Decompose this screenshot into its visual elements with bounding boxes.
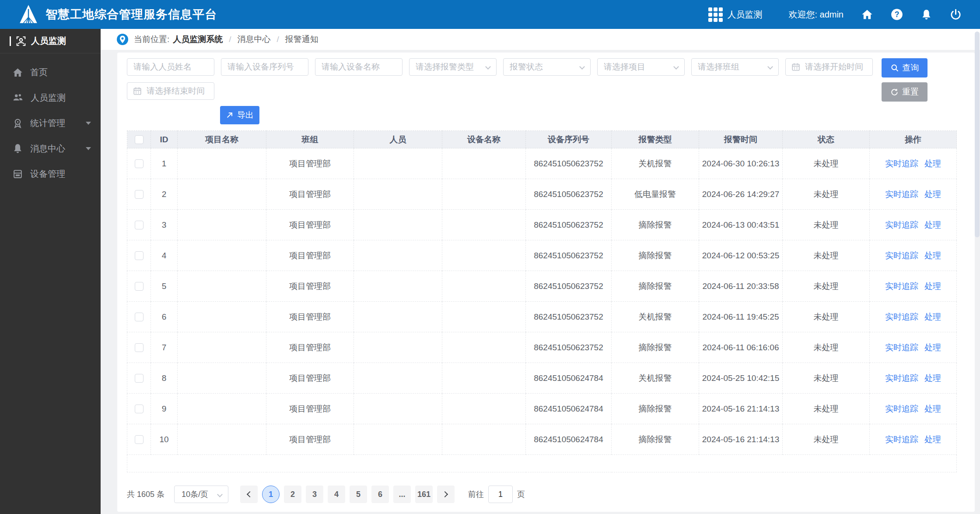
row-checkbox[interactable]	[135, 435, 144, 444]
person-name-input[interactable]	[127, 58, 214, 76]
cell-person	[354, 271, 442, 302]
start-time-picker[interactable]: 请选择开始时间	[785, 58, 873, 76]
page-button-161[interactable]: 161	[415, 486, 433, 503]
next-page-button[interactable]	[437, 486, 455, 503]
realtime-track-link[interactable]: 实时追踪	[885, 404, 918, 413]
row-checkbox[interactable]	[135, 405, 144, 413]
person-monitor-icon	[15, 35, 27, 47]
breadcrumb-separator: /	[229, 35, 231, 44]
realtime-track-link[interactable]: 实时追踪	[885, 435, 918, 444]
sidebar-item-device-management[interactable]: 设备管理	[0, 161, 101, 187]
cell-device-name	[442, 424, 526, 455]
cell-alarm-time: 2024-06-11 06:16:06	[699, 332, 783, 363]
page-button-4[interactable]: 4	[328, 486, 345, 503]
row-checkbox[interactable]	[135, 190, 144, 199]
power-icon	[950, 9, 962, 21]
sidebar-item-home[interactable]: 首页	[0, 60, 101, 85]
select-all-cell	[127, 131, 151, 148]
row-checkbox[interactable]	[135, 221, 144, 229]
realtime-track-link[interactable]: 实时追踪	[885, 220, 918, 229]
cell-device-name	[442, 302, 526, 332]
welcome-label: 欢迎您:	[788, 10, 817, 19]
team-placeholder: 请选择班组	[698, 61, 739, 73]
sidebar-item-person-monitor[interactable]: 人员监测	[0, 85, 101, 110]
team-select[interactable]: 请选择班组	[691, 58, 779, 76]
handle-link[interactable]: 处理	[924, 159, 941, 168]
page-size-select[interactable]: 10条/页	[174, 486, 228, 503]
search-button[interactable]: 查询	[882, 58, 928, 77]
notification-button[interactable]	[920, 9, 932, 21]
cell-project	[178, 179, 266, 210]
sidebar-header-accent	[10, 36, 11, 46]
handle-link[interactable]: 处理	[924, 435, 941, 444]
cell-serial: 862451050623752	[526, 240, 612, 271]
cell-alarm-time: 2024-06-11 19:45:25	[699, 302, 783, 332]
realtime-track-link[interactable]: 实时追踪	[885, 282, 918, 291]
home-button[interactable]	[861, 8, 873, 21]
row-checkbox[interactable]	[135, 282, 144, 291]
handle-link[interactable]: 处理	[924, 190, 941, 199]
end-time-picker[interactable]: 请选择结束时间	[127, 82, 214, 100]
reset-button[interactable]: 重置	[882, 82, 928, 102]
handle-link[interactable]: 处理	[924, 282, 941, 291]
sidebar-item-statistics[interactable]: 统计管理	[0, 110, 101, 136]
chevron-down-icon	[579, 64, 585, 70]
cell-alarm-type: 摘除报警	[612, 240, 699, 271]
device-serial-input[interactable]	[221, 58, 308, 76]
brand-logo: 智慧工地综合管理服务信息平台	[18, 4, 217, 25]
handle-link[interactable]: 处理	[924, 220, 941, 229]
row-checkbox[interactable]	[135, 374, 144, 383]
scrollbar-thumb[interactable]	[975, 32, 980, 237]
help-button[interactable]: ?	[891, 8, 903, 21]
cell-project	[178, 210, 266, 240]
page-button-1[interactable]: 1	[262, 486, 280, 503]
handle-link[interactable]: 处理	[924, 251, 941, 260]
row-checkbox[interactable]	[135, 343, 144, 352]
table-row: 3项目管理部862451050623752摘除报警2024-06-13 00:4…	[127, 210, 957, 240]
device-name-input[interactable]	[315, 58, 402, 76]
cell-serial: 862451050624784	[526, 363, 612, 394]
realtime-track-link[interactable]: 实时追踪	[885, 190, 918, 199]
select-all-checkbox[interactable]	[135, 135, 144, 144]
realtime-track-link[interactable]: 实时追踪	[885, 251, 918, 260]
sidebar-item-message-center[interactable]: 消息中心	[0, 136, 101, 161]
handle-link[interactable]: 处理	[924, 312, 941, 321]
realtime-track-link[interactable]: 实时追踪	[885, 343, 918, 352]
handle-link[interactable]: 处理	[924, 404, 941, 413]
page-button-5[interactable]: 5	[350, 486, 367, 503]
project-select[interactable]: 请选择项目	[597, 58, 685, 76]
breadcrumb-item-system[interactable]: 人员监测系统	[173, 34, 223, 45]
row-checkbox[interactable]	[135, 313, 144, 321]
cell-id: 3	[151, 210, 178, 240]
realtime-track-link[interactable]: 实时追踪	[885, 373, 918, 383]
page-button-3[interactable]: 3	[306, 486, 323, 503]
table-row: 1项目管理部862451050623752关机报警2024-06-30 10:2…	[127, 148, 957, 179]
alarm-type-select[interactable]: 请选择报警类型	[409, 58, 497, 76]
column-header-person: 人员	[354, 131, 442, 148]
more-pages-button[interactable]: ...	[393, 486, 411, 503]
breadcrumb-separator: /	[277, 35, 279, 44]
cell-device-name	[442, 179, 526, 210]
breadcrumb-item-message-center[interactable]: 消息中心	[238, 34, 271, 45]
row-checkbox[interactable]	[135, 251, 144, 260]
page-button-2[interactable]: 2	[284, 486, 301, 503]
export-button[interactable]: 导出	[220, 106, 259, 124]
realtime-track-link[interactable]: 实时追踪	[885, 159, 918, 168]
end-time-placeholder: 请选择结束时间	[147, 85, 205, 97]
cell-status: 未处理	[783, 302, 870, 332]
cell-team: 项目管理部	[266, 210, 354, 240]
goto-page-input[interactable]	[488, 486, 513, 503]
row-checkbox[interactable]	[135, 159, 144, 168]
realtime-track-link[interactable]: 实时追踪	[885, 312, 918, 321]
logout-button[interactable]	[950, 9, 962, 21]
handle-link[interactable]: 处理	[924, 343, 941, 352]
handle-link[interactable]: 处理	[924, 373, 941, 383]
scrollbar-track[interactable]	[974, 29, 980, 514]
app-switcher[interactable]: 人员监测	[708, 7, 762, 22]
goto-page-label: 前往	[468, 489, 484, 500]
page-button-6[interactable]: 6	[371, 486, 389, 503]
prev-page-button[interactable]	[240, 486, 258, 503]
welcome-text: 欢迎您: admin	[788, 9, 844, 21]
breadcrumb-item-alarm-notice[interactable]: 报警通知	[285, 34, 318, 45]
alarm-status-select[interactable]: 报警状态	[503, 58, 591, 76]
